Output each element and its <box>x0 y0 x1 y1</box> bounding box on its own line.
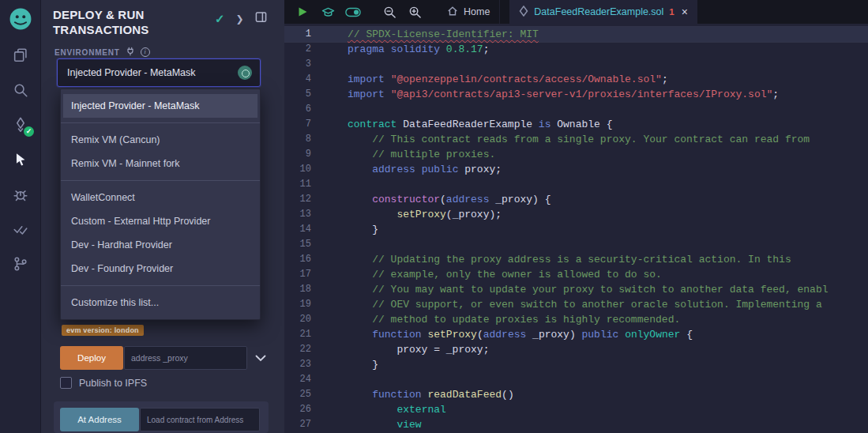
code-line[interactable]: 23 } <box>284 357 868 372</box>
file-explorer-icon[interactable] <box>0 38 41 73</box>
run-script-icon[interactable] <box>292 2 313 22</box>
code-line[interactable]: 19 // OEV support, or even switch to ano… <box>284 297 868 312</box>
status-check-icon: ✓ <box>215 12 225 26</box>
code-line[interactable]: 22 proxy = _proxy; <box>284 342 868 357</box>
line-number[interactable]: 4 <box>284 72 329 87</box>
environment-option[interactable]: WalletConnect <box>61 186 260 209</box>
code-line[interactable]: 11 <box>284 177 868 192</box>
chevron-right-icon[interactable]: ❯ <box>236 13 244 24</box>
line-number[interactable]: 24 <box>284 372 329 387</box>
line-number[interactable]: 16 <box>284 252 329 267</box>
line-number[interactable]: 8 <box>284 132 329 147</box>
line-number[interactable]: 11 <box>284 177 329 192</box>
solidity-compiler-icon[interactable]: ✓ <box>0 107 41 142</box>
environment-option[interactable]: Remix VM - Mainnet fork <box>61 152 260 175</box>
line-number[interactable]: 9 <box>284 147 329 162</box>
code-text: function setProxy(address _proxy) public… <box>329 327 693 342</box>
line-number[interactable]: 3 <box>284 57 329 72</box>
code-line[interactable]: 2pragma solidity 0.8.17; <box>284 42 868 57</box>
plug-icon[interactable] <box>126 45 135 59</box>
dropdown-divider <box>61 285 260 286</box>
line-number[interactable]: 26 <box>284 402 329 417</box>
line-number[interactable]: 10 <box>284 162 329 177</box>
code-line[interactable]: 26 external <box>284 402 868 417</box>
at-address-row: At Address <box>60 408 260 431</box>
at-address-button[interactable]: At Address <box>60 408 139 431</box>
code-line[interactable]: 9 // multiple proxies. <box>284 147 868 162</box>
line-number[interactable]: 5 <box>284 87 329 102</box>
code-line[interactable]: 6 <box>284 102 868 117</box>
code-line[interactable]: 5import "@api3/contracts/api3-server-v1/… <box>284 87 868 102</box>
expand-args-chevron-icon[interactable] <box>255 351 266 365</box>
zoom-in-icon[interactable] <box>404 2 425 22</box>
environment-option[interactable]: Custom - External Http Provider <box>61 209 260 233</box>
deploy-run-panel: DEPLOY & RUN TRANSACTIONS ✓ ❯ ENVIRONMEN… <box>41 0 284 433</box>
line-number[interactable]: 23 <box>284 357 329 372</box>
info-icon[interactable]: i <box>141 47 150 57</box>
remix-logo-icon[interactable] <box>0 0 41 38</box>
code-text: // SPDX-License-Identifier: MIT <box>329 27 539 42</box>
code-line[interactable]: 3 <box>284 57 868 72</box>
code-line[interactable]: 15 <box>284 237 868 252</box>
debugger-icon[interactable] <box>0 177 41 212</box>
at-address-input[interactable] <box>140 408 260 431</box>
publish-ipfs-checkbox[interactable] <box>60 377 72 389</box>
line-number[interactable]: 17 <box>284 267 329 282</box>
panel-toggle-icon[interactable] <box>255 11 267 26</box>
environment-option[interactable]: Dev - Hardhat Provider <box>61 233 260 257</box>
deploy-and-run-icon[interactable] <box>0 142 41 177</box>
line-number[interactable]: 15 <box>284 237 329 252</box>
deploy-args-input[interactable] <box>124 346 247 370</box>
graduation-cap-icon[interactable] <box>318 2 338 22</box>
code-line[interactable]: 25 function readDataFeed() <box>284 387 868 402</box>
code-line[interactable]: 1// SPDX-License-Identifier: MIT <box>284 27 868 42</box>
line-number[interactable]: 1 <box>284 27 329 42</box>
line-number[interactable]: 21 <box>284 327 329 342</box>
code-line[interactable]: 18 // You may want to update your proxy … <box>284 282 868 297</box>
tab-close-icon[interactable]: × <box>682 6 688 18</box>
environment-option[interactable]: Dev - Foundry Provider <box>61 257 260 281</box>
environment-select[interactable]: Injected Provider - MetaMask <box>57 58 261 87</box>
unit-testing-icon[interactable] <box>0 212 41 247</box>
search-icon[interactable] <box>0 73 41 107</box>
line-number[interactable]: 20 <box>284 312 329 327</box>
code-line[interactable]: 12 constructor(address _proxy) { <box>284 192 868 207</box>
code-line[interactable]: 13 setProxy(_proxy); <box>284 207 868 222</box>
line-number[interactable]: 25 <box>284 387 329 402</box>
code-line[interactable]: 8 // This contract reads from a single p… <box>284 132 868 147</box>
code-line[interactable]: 14 } <box>284 222 868 237</box>
code-line[interactable]: 16 // Updating the proxy address is a se… <box>284 252 868 267</box>
toggle-switch-icon[interactable] <box>343 2 363 22</box>
code-line[interactable]: 21 function setProxy(address _proxy) pub… <box>284 327 868 342</box>
environment-option[interactable]: Customize this list... <box>61 291 260 314</box>
zoom-out-icon[interactable] <box>379 2 400 22</box>
code-line[interactable]: 27 view <box>284 417 868 432</box>
code-editor[interactable]: 1// SPDX-License-Identifier: MIT2pragma … <box>284 24 868 433</box>
environment-option[interactable]: Remix VM (Cancun) <box>61 128 260 152</box>
line-number[interactable]: 22 <box>284 342 329 357</box>
line-number[interactable]: 27 <box>284 417 329 432</box>
code-line[interactable]: 10 address public proxy; <box>284 162 868 177</box>
code-text: import "@api3/contracts/api3-server-v1/p… <box>329 87 779 102</box>
line-number[interactable]: 2 <box>284 42 329 57</box>
line-number[interactable]: 7 <box>284 117 329 132</box>
line-number[interactable]: 19 <box>284 297 329 312</box>
code-line[interactable]: 7contract DataFeedReaderExample is Ownab… <box>284 117 868 132</box>
line-number[interactable]: 18 <box>284 282 329 297</box>
environment-option[interactable]: Injected Provider - MetaMask <box>63 94 257 118</box>
line-number[interactable]: 12 <box>284 192 329 207</box>
tab-file-label: DataFeedReaderExample.sol <box>534 6 663 17</box>
tab-datafeedreaderexample[interactable]: DataFeedReaderExample.sol 1 × <box>509 0 697 24</box>
code-line[interactable]: 20 // method to update proxies is highly… <box>284 312 868 327</box>
git-branch-icon[interactable] <box>0 247 41 281</box>
tab-home[interactable]: Home <box>438 0 500 24</box>
code-text: // multiple proxies. <box>329 147 495 162</box>
code-line[interactable]: 4import "@openzeppelin/contracts/access/… <box>284 72 868 87</box>
line-number[interactable]: 6 <box>284 102 329 117</box>
code-line[interactable]: 24 <box>284 372 868 387</box>
deploy-row: Deploy <box>60 346 266 370</box>
deploy-button[interactable]: Deploy <box>60 346 123 370</box>
line-number[interactable]: 14 <box>284 222 329 237</box>
code-line[interactable]: 17 // example, only the owner is allowed… <box>284 267 868 282</box>
line-number[interactable]: 13 <box>284 207 329 222</box>
